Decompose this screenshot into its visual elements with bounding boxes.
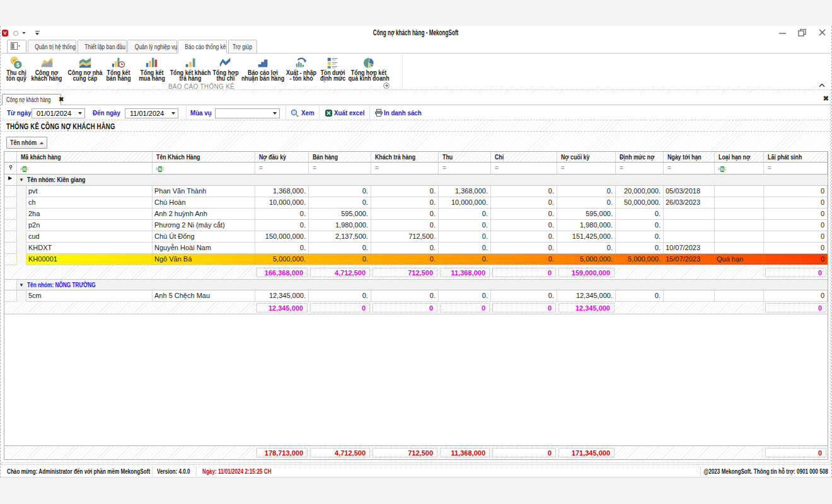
- svg-text:$: $: [16, 62, 20, 68]
